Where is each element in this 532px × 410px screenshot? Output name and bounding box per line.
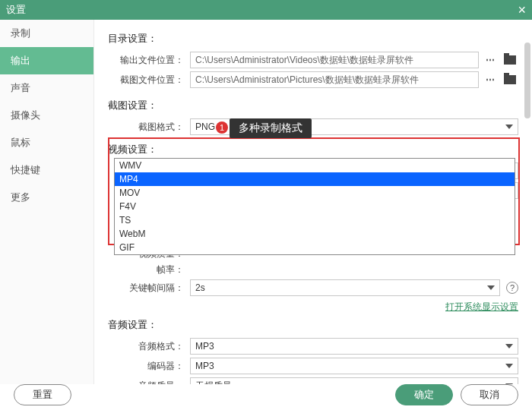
sidebar-item-output[interactable]: 输出 xyxy=(0,47,93,74)
section-video: 视频设置： xyxy=(108,143,518,156)
label-fps: 帧率： xyxy=(108,263,190,276)
dots-icon: ⋯ xyxy=(486,55,496,65)
dropdown-option[interactable]: WMV xyxy=(115,159,515,172)
titlebar: 设置 × xyxy=(0,0,532,20)
section-dir: 目录设置： xyxy=(108,32,518,46)
callout-badge: 1 xyxy=(216,121,228,134)
section-audio: 音频设置： xyxy=(108,318,518,332)
section-shot: 截图设置： xyxy=(108,99,518,112)
scrollbar[interactable] xyxy=(524,43,530,118)
label-output-path: 输出文件位置： xyxy=(108,54,190,67)
reset-button[interactable]: 重置 xyxy=(14,384,71,405)
dropdown-option[interactable]: MOV xyxy=(115,186,515,200)
dots-icon: ⋯ xyxy=(486,74,496,85)
chevron-down-icon xyxy=(505,344,513,348)
dropdown-option[interactable]: MP4 xyxy=(115,172,515,186)
footer: 重置 确定 取消 xyxy=(0,380,532,410)
folder-icon xyxy=(504,75,516,84)
audio-encoder-select[interactable]: MP3 xyxy=(190,358,518,374)
sidebar-item-more[interactable]: 更多 xyxy=(0,184,93,211)
cancel-button[interactable]: 取消 xyxy=(461,384,518,405)
label-audio-format: 音频格式： xyxy=(108,340,190,353)
browse-shot-button[interactable]: ⋯ xyxy=(482,71,499,88)
sidebar-item-hotkey[interactable]: 快捷键 xyxy=(0,156,93,184)
folder-icon xyxy=(504,55,516,65)
label-keyframe: 关键帧间隔： xyxy=(108,282,190,295)
dropdown-option[interactable]: WebM xyxy=(115,227,515,241)
help-icon[interactable]: ? xyxy=(506,282,518,294)
callout-text: 多种录制格式 xyxy=(230,118,312,138)
close-icon[interactable]: × xyxy=(518,2,526,18)
output-path-input[interactable]: C:\Users\Administrator\Videos\数据蛙\数据蛙录屏软… xyxy=(190,52,479,68)
keyframe-select[interactable]: 2s xyxy=(190,279,500,296)
label-shot-format: 截图格式： xyxy=(108,121,190,134)
audio-format-select[interactable]: MP3 xyxy=(190,338,518,355)
sidebar-item-camera[interactable]: 摄像头 xyxy=(0,102,93,129)
open-shot-folder-button[interactable] xyxy=(502,71,518,88)
chevron-down-icon xyxy=(487,285,495,290)
label-audio-encoder: 编码器： xyxy=(108,360,190,373)
chevron-down-icon xyxy=(505,364,513,368)
browse-output-button[interactable]: ⋯ xyxy=(482,52,499,68)
sidebar-item-record[interactable]: 录制 xyxy=(0,20,93,47)
sidebar-item-mouse[interactable]: 鼠标 xyxy=(0,129,93,156)
dropdown-option[interactable]: GIF xyxy=(115,241,515,254)
chevron-down-icon xyxy=(505,125,513,129)
shot-path-input[interactable]: C:\Users\Administrator\Pictures\数据蛙\数据蛙录… xyxy=(190,71,479,88)
ok-button[interactable]: 确定 xyxy=(395,384,453,405)
sidebar-item-audio[interactable]: 声音 xyxy=(0,74,93,102)
title: 设置 xyxy=(6,3,26,17)
dropdown-option[interactable]: F4V xyxy=(115,200,515,213)
label-shot-path: 截图文件位置： xyxy=(108,74,190,87)
sidebar: 录制 输出 声音 摄像头 鼠标 快捷键 更多 xyxy=(0,20,94,384)
video-format-dropdown: WMV MP4 MOV F4V TS WebM GIF xyxy=(114,158,515,255)
open-display-settings-link[interactable]: 打开系统显示设置 xyxy=(445,301,518,312)
dropdown-option[interactable]: TS xyxy=(115,213,515,227)
open-output-folder-button[interactable] xyxy=(502,52,518,68)
